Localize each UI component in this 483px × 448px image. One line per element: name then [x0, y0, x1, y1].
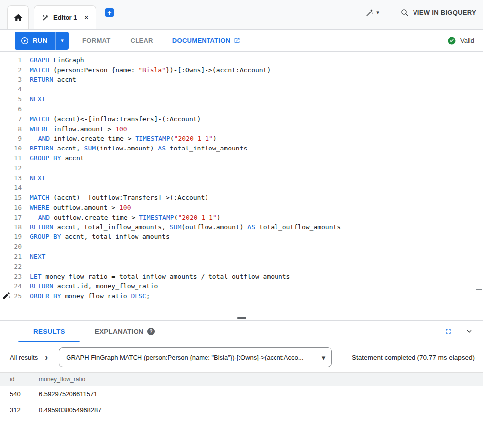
collapse-chevron-down-icon[interactable] — [465, 327, 473, 335]
results-tab-label: RESULTS — [33, 328, 65, 335]
line-number: 3 — [0, 75, 22, 85]
code-line[interactable]: 13NEXT — [0, 173, 483, 183]
help-icon[interactable]: ? — [147, 328, 155, 335]
code-line[interactable]: 7MATCH (accnt)<-[inflow:Transfers]-(:Acc… — [0, 114, 483, 124]
validation-status: Valid — [447, 36, 483, 45]
documentation-link[interactable]: DOCUMENTATION — [172, 37, 241, 44]
code-text — [22, 84, 30, 94]
line-number: 10 — [0, 144, 22, 153]
tab-editor-1[interactable]: Editor 1 × — [34, 5, 96, 29]
code-line[interactable]: 5NEXT — [0, 94, 483, 104]
format-button[interactable]: FORMAT — [82, 37, 110, 44]
assist-code-button[interactable] — [2, 291, 11, 300]
pen-spark-icon — [2, 291, 11, 300]
tab-bar: Editor 1 × + ▾ VIEW IN BIGQUERY — [0, 0, 483, 30]
code-editor[interactable]: 1GRAPH FinGraph2MATCH (person:Person {na… — [0, 52, 483, 320]
sql-generation-button[interactable]: ▾ — [365, 8, 379, 17]
code-line[interactable]: 18RETURN accnt, total_inflow_amounts, SU… — [0, 223, 483, 232]
tab-label: Editor 1 — [53, 14, 77, 21]
code-text: GRAPH FinGraph — [22, 55, 84, 65]
tab-bar-actions: ▾ VIEW IN BIGQUERY — [365, 8, 483, 17]
valid-label: Valid — [460, 37, 474, 44]
tab-home[interactable] — [7, 5, 29, 29]
results-query-bar: All results › GRAPH FinGraph MATCH (pers… — [0, 342, 483, 373]
clear-button[interactable]: CLEAR — [131, 37, 153, 44]
code-line[interactable]: 21NEXT — [0, 252, 483, 262]
breadcrumb-chevron-icon[interactable]: › — [45, 353, 48, 362]
column-header: money_flow_ratio — [29, 376, 483, 383]
code-line[interactable]: 4 — [0, 84, 483, 94]
table-cell: 6.592975206611571 — [29, 390, 483, 398]
add-tab-button[interactable]: + — [105, 8, 114, 17]
code-text: GROUP BY accnt, total_inflow_amounts — [22, 232, 170, 242]
code-line[interactable]: 25ORDER BY money_flow_ratio DESC; — [0, 291, 483, 301]
code-line[interactable]: 22 — [0, 262, 483, 272]
dropdown-caret-icon: ▾ — [322, 354, 326, 361]
results-panel-header: RESULTS EXPLANATION ? — [0, 320, 483, 342]
code-line[interactable]: 1GRAPH FinGraph — [0, 55, 483, 65]
scrollbar-thumb[interactable] — [476, 289, 482, 290]
code-text: WHERE inflow.amount > 100 — [22, 124, 127, 134]
line-number: 19 — [0, 232, 22, 242]
line-number: 7 — [0, 114, 22, 124]
bigquery-search-icon — [400, 8, 409, 17]
statement-dropdown[interactable]: GRAPH FinGraph MATCH (person:Person {nam… — [59, 347, 332, 367]
table-cell: 0.4959038054968287 — [29, 406, 483, 414]
code-line[interactable]: 14 — [0, 183, 483, 193]
table-cell: 540 — [0, 390, 29, 398]
code-line[interactable]: 9 AND inflow.create_time > TIMESTAMP("20… — [0, 134, 483, 144]
tab-results[interactable]: RESULTS — [18, 321, 80, 342]
line-number: 11 — [0, 153, 22, 163]
code-text: ORDER BY money_flow_ratio DESC; — [22, 291, 150, 301]
code-line[interactable]: 24RETURN accnt.id, money_flow_ratio — [0, 281, 483, 291]
expand-fullscreen-icon[interactable] — [444, 327, 452, 335]
code-text — [22, 163, 30, 173]
code-line[interactable]: 10RETURN accnt, SUM(inflow.amount) AS to… — [0, 144, 483, 153]
code-line[interactable]: 23LET money_flow_ratio = total_inflow_am… — [0, 272, 483, 282]
code-text — [22, 242, 30, 252]
line-number: 22 — [0, 262, 22, 272]
code-line[interactable]: 17 AND outflow.create_time > TIMESTAMP("… — [0, 213, 483, 223]
code-text — [22, 183, 30, 193]
plus-icon: + — [107, 9, 111, 16]
code-line[interactable]: 8WHERE inflow.amount > 100 — [0, 124, 483, 134]
code-text — [22, 104, 30, 114]
tab-explanation[interactable]: EXPLANATION ? — [80, 321, 170, 342]
caret-down-icon: ▾ — [61, 37, 64, 44]
code-line[interactable]: 19GROUP BY accnt, total_inflow_amounts — [0, 232, 483, 242]
line-number: 4 — [0, 84, 22, 94]
table-row: 3120.4959038054968287 — [0, 402, 483, 418]
column-header: id — [0, 376, 29, 383]
run-button[interactable]: RUN — [15, 32, 55, 50]
explanation-tab-label: EXPLANATION — [95, 328, 144, 335]
tab-close-icon[interactable]: × — [84, 14, 88, 22]
editor-tools-icon — [41, 14, 49, 22]
line-number: 8 — [0, 124, 22, 134]
run-dropdown-button[interactable]: ▾ — [55, 32, 69, 50]
magic-wand-icon — [365, 8, 374, 17]
code-text: AND inflow.create_time > TIMESTAMP("2020… — [22, 134, 217, 144]
code-text: MATCH (accnt) -[outflow:Transfers]->(:Ac… — [22, 193, 208, 203]
line-number: 12 — [0, 163, 22, 173]
code-line[interactable]: 3RETURN accnt — [0, 75, 483, 85]
code-line[interactable]: 6 — [0, 104, 483, 114]
code-text: LET money_flow_ratio = total_inflow_amou… — [22, 272, 290, 282]
code-line[interactable]: 2MATCH (person:Person {name: "Bisla"})-[… — [0, 65, 483, 75]
code-text: RETURN accnt, SUM(inflow.amount) AS tota… — [22, 144, 247, 153]
code-line[interactable]: 11GROUP BY accnt — [0, 153, 483, 163]
panel-resize-handle[interactable] — [237, 317, 246, 319]
code-text: GROUP BY accnt — [22, 153, 84, 163]
view-in-bigquery-button[interactable]: VIEW IN BIGQUERY — [400, 8, 476, 17]
code-text: MATCH (accnt)<-[inflow:Transfers]-(:Acco… — [22, 114, 201, 124]
home-icon — [13, 13, 23, 23]
external-link-icon — [234, 37, 240, 44]
code-line[interactable]: 15MATCH (accnt) -[outflow:Transfers]->(:… — [0, 193, 483, 203]
code-lines: 1GRAPH FinGraph2MATCH (person:Person {na… — [0, 52, 483, 301]
code-text: RETURN accnt — [22, 75, 76, 85]
all-results-button[interactable]: All results — [10, 354, 38, 361]
code-line[interactable]: 12 — [0, 163, 483, 173]
code-line[interactable]: 20 — [0, 242, 483, 252]
line-number: 16 — [0, 203, 22, 213]
line-number: 9 — [0, 134, 22, 144]
code-line[interactable]: 16WHERE outflow.amount > 100 — [0, 203, 483, 213]
